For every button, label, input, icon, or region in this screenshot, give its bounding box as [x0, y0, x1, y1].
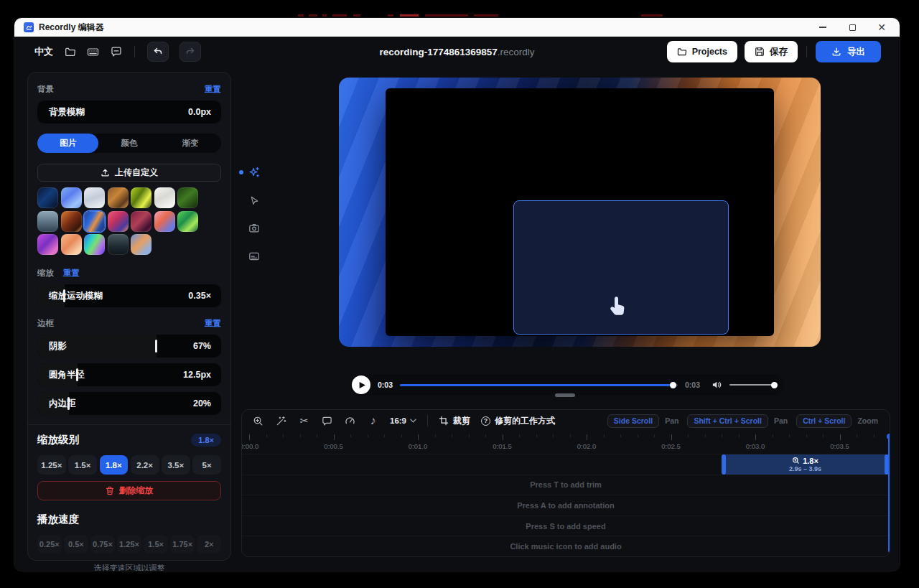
upload-custom-button[interactable]: 上传自定义 [37, 164, 221, 182]
background-thumbnail-12[interactable] [131, 211, 151, 232]
background-thumbnail-1[interactable] [37, 187, 58, 208]
background-thumbnail-14[interactable] [177, 211, 198, 232]
tab-image[interactable]: 图片 [37, 134, 98, 153]
zoom-option-5×[interactable]: 5× [192, 455, 221, 475]
speed-option-2×[interactable]: 2× [197, 535, 221, 554]
tab-color[interactable]: 颜色 [98, 134, 159, 153]
timeline-track-lane[interactable]: Press T to add trim [242, 475, 890, 495]
background-thumbnail-5[interactable] [131, 187, 151, 208]
panel-resize-handle[interactable] [555, 393, 575, 397]
keyboard-icon[interactable] [87, 46, 99, 58]
export-button[interactable]: 导出 [816, 41, 881, 62]
save-button[interactable]: 保存 [745, 41, 798, 62]
background-thumbnail-18[interactable] [108, 234, 129, 255]
speed-option-0.5×[interactable]: 0.5× [64, 535, 88, 554]
ruler-minor-tick [350, 434, 351, 437]
open-folder-icon[interactable] [64, 46, 76, 58]
projects-folder-icon [677, 47, 687, 57]
camera-tool[interactable] [248, 222, 261, 235]
speed-option-1.75×[interactable]: 1.75× [170, 535, 195, 554]
zoom-option-3.5×[interactable]: 3.5× [162, 455, 190, 475]
video-preview[interactable] [339, 78, 821, 347]
speed-option-0.75×[interactable]: 0.75× [90, 535, 115, 554]
background-thumbnail-6[interactable] [154, 187, 175, 208]
background-thumbnail-13[interactable] [154, 211, 175, 232]
ruler-minor-tick [485, 434, 486, 437]
border-section-header: 边框 重置 [37, 318, 221, 329]
zoom-motion-blur-slider[interactable]: 缩放运动模糊 0.35× [37, 284, 221, 307]
close-button[interactable]: ✕ [877, 22, 887, 32]
delete-zoom-button[interactable]: 删除缩放 [37, 481, 221, 500]
background-blur-slider[interactable]: 背景模糊 0.0px [37, 101, 221, 123]
timeline-track-lane[interactable]: Press S to add speed [242, 515, 890, 536]
background-thumbnail-7[interactable] [177, 187, 198, 208]
background-thumbnail-9[interactable] [61, 211, 82, 232]
background-thumbnail-16[interactable] [61, 234, 82, 255]
tab-gradient[interactable]: 渐变 [160, 134, 221, 153]
shadow-slider[interactable]: 阴影 67% [37, 335, 221, 358]
padding-slider[interactable]: 内边距 20% [37, 392, 221, 415]
play-button[interactable] [352, 375, 370, 394]
timeline-panel: ✂ ♪ 16:9 裁剪 [241, 409, 890, 557]
seek-knob[interactable] [670, 382, 676, 388]
undo-button[interactable] [147, 42, 169, 62]
annotation-icon[interactable] [321, 415, 333, 427]
background-thumbnail-8[interactable] [37, 211, 58, 232]
volume-slider[interactable] [729, 381, 775, 388]
segment-left-handle[interactable] [722, 454, 726, 475]
magic-wand-icon[interactable] [275, 415, 287, 427]
caption-tool[interactable] [248, 250, 261, 263]
zoom-option-1.5×[interactable]: 1.5× [68, 455, 97, 475]
background-thumbnail-15[interactable] [37, 234, 58, 255]
segment-range: 2.9s – 3.9s [789, 465, 821, 472]
zoom-effects-tool[interactable] [248, 166, 261, 179]
speed-option-0.25×[interactable]: 0.25× [37, 535, 62, 554]
trim-help-button[interactable]: ? 修剪的工作方式 [481, 415, 555, 427]
ruler-minor-tick [823, 434, 824, 437]
slider-handle[interactable] [155, 340, 157, 353]
maximize-button[interactable] [847, 22, 857, 32]
background-thumbnail-11[interactable] [108, 211, 129, 232]
aspect-ratio-dropdown[interactable]: 16:9 [390, 416, 416, 425]
desktop-artifact [332, 14, 347, 17]
zoom-option-2.2×[interactable]: 2.2× [131, 455, 159, 475]
border-reset-button[interactable]: 重置 [205, 318, 221, 329]
speaker-icon[interactable] [712, 380, 722, 390]
zoom-option-1.8×[interactable]: 1.8× [100, 455, 129, 475]
speed-gauge-icon[interactable] [344, 415, 356, 427]
zoom-segment[interactable]: 1.8× 2.9s – 3.9s [722, 454, 889, 475]
background-thumbnail-17[interactable] [84, 234, 105, 255]
timeline-zoom-icon[interactable] [252, 415, 264, 427]
timeline-ruler[interactable]: 0:00.00:00.50:01.00:01.50:02.00:02.50:03… [242, 431, 890, 454]
background-thumbnail-10[interactable] [84, 211, 105, 232]
music-icon[interactable]: ♪ [367, 415, 379, 427]
volume-knob[interactable] [771, 382, 778, 388]
ruler-tick-label: 0:02.0 [577, 442, 596, 450]
background-reset-button[interactable]: 重置 [205, 84, 221, 95]
projects-button[interactable]: Projects [667, 41, 737, 62]
background-thumbnail-3[interactable] [84, 187, 105, 208]
crop-button[interactable]: 裁剪 [439, 415, 470, 427]
scissors-icon[interactable]: ✂ [298, 415, 310, 427]
speed-option-1.5×[interactable]: 1.5× [144, 535, 168, 554]
cursor-tool[interactable] [248, 194, 261, 207]
ruler-minor-tick [604, 434, 605, 437]
redo-button[interactable] [179, 42, 201, 62]
playhead[interactable] [888, 434, 890, 552]
seek-bar[interactable] [400, 381, 678, 388]
scroll-hint-action: Zoom [857, 416, 878, 425]
zoom-reset-button[interactable]: 重置 [63, 268, 80, 279]
timeline-track-lane[interactable]: Click music icon to add audio [242, 536, 890, 556]
language-button[interactable]: 中文 [34, 45, 53, 58]
minimize-button[interactable] [818, 22, 828, 32]
background-thumbnail-19[interactable] [131, 234, 151, 255]
corner-radius-slider[interactable]: 圆角半径 12.5px [37, 363, 221, 386]
speed-option-1.25×[interactable]: 1.25× [117, 535, 141, 554]
background-thumbnail-2[interactable] [61, 187, 82, 208]
zoom-level-header: 缩放级别 1.8× [37, 433, 221, 447]
zoom-option-1.25×[interactable]: 1.25× [37, 455, 66, 475]
background-thumbnail-4[interactable] [108, 187, 129, 208]
playback-speed-options: 0.25×0.5×0.75×1.25×1.5×1.75×2× [37, 535, 221, 554]
feedback-icon[interactable] [110, 46, 122, 58]
timeline-track-lane[interactable]: Press A to add annotation [242, 495, 890, 515]
